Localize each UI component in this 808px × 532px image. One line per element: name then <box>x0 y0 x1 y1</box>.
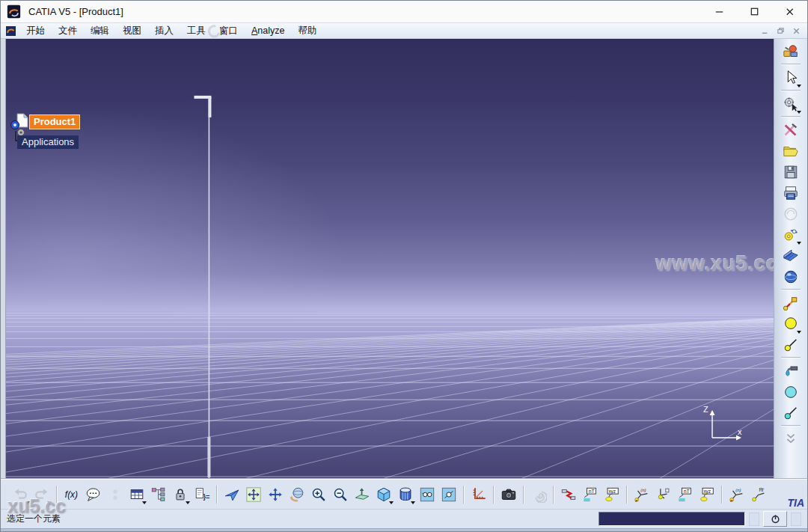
measure-button[interactable] <box>468 484 489 504</box>
close-button[interactable] <box>772 1 807 22</box>
sphere-surface-button[interactable] <box>781 266 801 287</box>
svg-text:f(x): f(x) <box>64 489 77 500</box>
tree-node-product1[interactable]: Product1 <box>29 114 80 129</box>
axis-indicator: Z x <box>702 405 748 445</box>
clash-clamp-icon <box>560 486 577 503</box>
axis-arrows <box>702 405 748 445</box>
formula-button[interactable]: f(x) <box>61 484 82 504</box>
dropdown-arrow-icon[interactable] <box>142 501 147 504</box>
constraints-button[interactable] <box>105 484 125 504</box>
rotate-view-button[interactable] <box>287 484 307 504</box>
catalog-button[interactable] <box>781 224 801 245</box>
dropdown-arrow-icon[interactable] <box>186 501 190 504</box>
status-message: 选定一个元素 <box>7 513 61 525</box>
menu-start[interactable]: 开始 <box>19 23 52 39</box>
point-cyan-icon <box>783 405 799 421</box>
maximize-button[interactable] <box>737 1 772 22</box>
dropdown-arrow-icon[interactable] <box>797 242 801 245</box>
swap-visible-space-button[interactable] <box>438 484 459 504</box>
statusbar-mini-button-2[interactable] <box>791 513 801 526</box>
dropdown-arrow-icon[interactable] <box>25 501 30 504</box>
product-graph-button[interactable] <box>148 484 168 504</box>
distance-nt-2-button[interactable]: nT <box>675 484 695 504</box>
more-tools-button[interactable] <box>781 429 801 449</box>
menu-analyze[interactable]: Analyze <box>245 24 291 37</box>
mdi-close-button[interactable] <box>791 25 801 36</box>
dropdown-arrow-icon[interactable] <box>389 501 394 504</box>
spiral-button[interactable] <box>528 484 548 504</box>
sketch-tools-button[interactable] <box>781 120 801 140</box>
iso-view-button[interactable] <box>373 484 394 504</box>
point-large-button[interactable] <box>781 314 801 334</box>
print-button[interactable] <box>781 183 801 203</box>
mdi-minimize-button[interactable] <box>759 25 770 36</box>
menu-help[interactable]: 帮助 <box>291 23 323 39</box>
undo-button[interactable] <box>10 484 30 504</box>
dropdown-arrow-icon[interactable] <box>797 111 801 114</box>
angle-n-2-button[interactable]: (n) <box>726 484 747 504</box>
mdi-restore-button[interactable] <box>775 25 786 36</box>
dropdown-arrow-icon[interactable] <box>47 501 52 504</box>
hide-show-icon <box>419 486 435 503</box>
zoom-in-button[interactable] <box>308 484 328 504</box>
point-cyan-button[interactable] <box>781 403 801 423</box>
dropdown-arrow-icon[interactable] <box>797 331 801 334</box>
axis-point-r-button[interactable]: R <box>748 484 768 504</box>
fit-all-in-button[interactable] <box>243 484 263 504</box>
selection-sets-icon <box>783 96 799 112</box>
command-input[interactable] <box>599 512 745 526</box>
workbench-button[interactable] <box>781 41 801 61</box>
axis-point-icon <box>655 486 672 503</box>
select-button[interactable] <box>781 67 801 88</box>
spiral-icon <box>530 486 547 503</box>
power-input-button[interactable] <box>763 511 787 527</box>
pan-button[interactable] <box>265 484 285 504</box>
zoom-out-button[interactable] <box>330 484 350 504</box>
disabled-circle-button[interactable] <box>781 204 801 224</box>
undo-icon <box>12 486 28 503</box>
paint-button[interactable] <box>781 361 801 381</box>
toolbar-separator <box>213 485 220 504</box>
measure-xyz-button[interactable]: xyz <box>602 484 622 504</box>
lock-button[interactable] <box>170 484 190 504</box>
tree-node-applications[interactable]: Applications <box>17 135 79 149</box>
menu-insert[interactable]: 插入 <box>148 23 180 39</box>
open-button[interactable] <box>781 141 801 161</box>
normal-view-button[interactable] <box>352 484 372 504</box>
statusbar-mini-button[interactable] <box>749 513 759 526</box>
toolbar-separator <box>460 485 467 504</box>
point-line-button[interactable] <box>781 334 801 355</box>
toolbar-separator <box>490 485 497 504</box>
bottom-toolbar: f(x)}=nTxyz(n)nTxyz(n)R <box>1 479 808 509</box>
menu-file[interactable]: 文件 <box>52 23 84 39</box>
3d-viewport[interactable]: Product1 Applications Z x www.xu5.cc <box>6 39 775 479</box>
sphere-surface-icon <box>783 269 799 285</box>
design-table-button[interactable] <box>126 484 147 504</box>
rules-button[interactable]: }= <box>192 484 212 504</box>
window-bottom-edge <box>1 528 808 532</box>
save-icon <box>783 164 799 180</box>
fly-mode-button[interactable] <box>221 484 242 504</box>
clash-clamp-button[interactable] <box>558 484 578 504</box>
axis-point-button[interactable] <box>653 484 673 504</box>
menu-view[interactable]: 视图 <box>116 23 148 39</box>
hide-show-button[interactable] <box>417 484 437 504</box>
distance-nt-button[interactable]: nT <box>580 484 600 504</box>
render-style-button[interactable] <box>395 484 415 504</box>
dropdown-arrow-icon[interactable] <box>797 85 801 88</box>
save-button[interactable] <box>781 162 801 182</box>
measure-xyz-2-button[interactable]: xyz <box>697 484 717 504</box>
plane-surface-button[interactable] <box>781 245 801 266</box>
menu-tools[interactable]: 工具 <box>180 23 212 39</box>
circle-cyan-button[interactable] <box>781 382 801 402</box>
manipulation-button[interactable] <box>781 293 801 313</box>
menu-edit[interactable]: 编辑 <box>84 23 116 39</box>
snapshot-camera-button[interactable] <box>498 484 518 504</box>
menu-window[interactable]: 窗口 <box>212 23 245 39</box>
selection-sets-button[interactable] <box>781 94 801 114</box>
redo-button[interactable] <box>31 484 52 504</box>
angle-n-button[interactable]: (n) <box>631 484 652 504</box>
dropdown-arrow-icon[interactable] <box>411 501 415 504</box>
comment-button[interactable] <box>83 484 103 504</box>
minimize-button[interactable] <box>702 1 737 22</box>
